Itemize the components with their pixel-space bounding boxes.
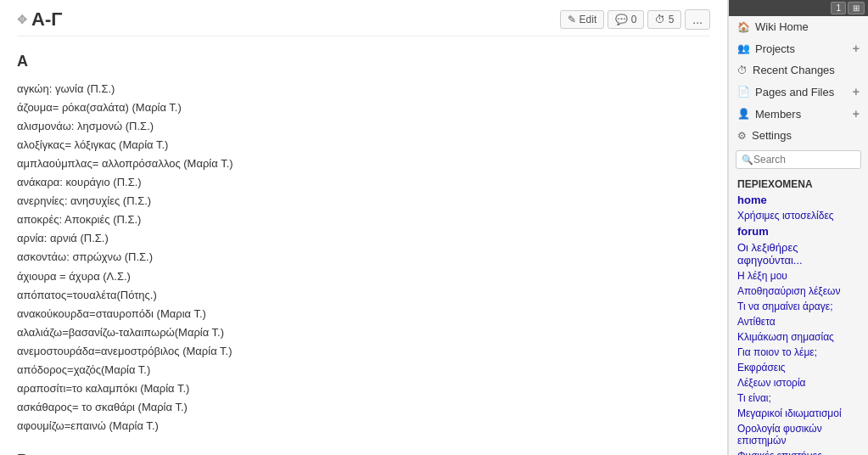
comments-button[interactable]: 💬 0 (608, 10, 644, 29)
sidebar-link[interactable]: Για ποιον το λέμε; (729, 345, 868, 360)
sidebar-link[interactable]: Ορολογία φυσικών επιστημών (729, 421, 868, 448)
list-item: αφουμίζω=επαινώ (Μαρία Τ.) (17, 417, 710, 435)
sidebar-secondary-links: Η λέξη μουΑποθησαύριση λέξεωνΤι να σημαί… (729, 268, 868, 455)
more-button[interactable]: ... (685, 9, 710, 30)
list-item: άζουμα= ρόκα(σαλάτα) (Μαρία Τ.) (17, 98, 710, 117)
sidebar-top-bar: 1 ⊞ (729, 0, 868, 16)
list-item: αγκώη: γωνία (Π.Σ.) (17, 80, 710, 98)
sidebar-link[interactable]: Τι είναι; (729, 390, 868, 406)
settings-label: Settings (752, 129, 792, 142)
sidebar-item-projects[interactable]: 👥Projects+ (729, 37, 868, 59)
list-item: αλαλιάζω=βασανίζω-ταλαιπωρώ(Μαρία Τ.) (17, 323, 710, 342)
settings-icon: ⚙ (737, 130, 747, 142)
list-item: ασκάθαρος= το σκαθάρι (Μαρία Τ.) (17, 398, 710, 417)
sidebar-nav: 🏠Wiki Home👥Projects+⏱Recent Changes📄Page… (729, 16, 868, 146)
main-content: ✥ Α-Γ ✎ Edit 💬 0 ⏱ 5 ... Α αγκώη: γωνία … (0, 0, 728, 455)
sidebar-link[interactable]: Αντίθετα (729, 314, 868, 329)
sidebar-link[interactable]: Τι να σημαίνει άραγε; (729, 299, 868, 314)
pages-files-label: Pages and Files (755, 86, 834, 98)
search-icon: 🔍 (742, 154, 753, 166)
sidebar-item-members[interactable]: 👤Members+ (729, 103, 868, 125)
list-item: ανάκαρα: κουράγιο (Π.Σ.) (17, 173, 710, 192)
page-title: ✥ Α-Γ (17, 8, 62, 31)
sidebar-link[interactable]: Εκφράσεις (729, 360, 868, 375)
wiki-home-icon: 🏠 (737, 21, 750, 33)
toolbar: ✎ Edit 💬 0 ⏱ 5 ... (560, 9, 710, 30)
recent-changes-label: Recent Changes (753, 64, 835, 76)
sidebar-search-wrapper: 🔍 (729, 146, 868, 173)
list-item: αρνία: αρνιά (Π.Σ.) (17, 229, 710, 248)
edit-button[interactable]: ✎ Edit (560, 10, 604, 29)
sidebar-link[interactable]: Αποθησαύριση λέξεων (729, 284, 868, 299)
projects-icon: 👥 (737, 42, 750, 54)
section-a: αγκώη: γωνία (Π.Σ.)άζουμα= ρόκα(σαλάτα) … (17, 80, 710, 436)
list-item: άχιουρα = άχυρα (Λ.Σ.) (17, 267, 710, 286)
list-item: ανερηνίες: ανησυχίες (Π.Σ.) (17, 192, 710, 211)
list-item: αλοξίγκας= λόξιγκας (Μαρία Τ.) (17, 136, 710, 154)
members-icon: 👤 (737, 108, 750, 120)
sidebar-item-pages-files[interactable]: 📄Pages and Files+ (729, 81, 868, 103)
sidebar-link[interactable]: Φυσικές επιστήμες (Αρχαία Ελλάδα) (729, 448, 868, 455)
sidebar-item-recent-changes[interactable]: ⏱Recent Changes (729, 59, 868, 81)
page-content: Α αγκώη: γωνία (Π.Σ.)άζουμα= ρόκα(σαλάτα… (17, 48, 710, 455)
projects-label: Projects (755, 42, 795, 55)
list-item: απόδορος=χαζός(Μαρία Τ.) (17, 361, 710, 379)
expand-btn[interactable]: ⊞ (848, 2, 865, 14)
sidebar-link[interactable]: Κλιμάκωση σημασίας (729, 329, 868, 345)
recent-changes-icon: ⏱ (737, 65, 748, 76)
sidebar-link[interactable]: Χρήσιμες ιστοσελίδες (729, 208, 868, 223)
sidebar-item-wiki-home[interactable]: 🏠Wiki Home (729, 16, 868, 37)
sidebar-link[interactable]: Η λέξη μου (729, 268, 868, 284)
list-item: αλισμονάω: λησμονώ (Π.Σ.) (17, 117, 710, 136)
sidebar-link[interactable]: Λέξεων ιστορία (729, 375, 868, 390)
page-header: ✥ Α-Γ ✎ Edit 💬 0 ⏱ 5 ... (17, 8, 710, 37)
page-title-icon: ✥ (17, 13, 27, 26)
sidebar-item-settings[interactable]: ⚙Settings (729, 125, 868, 146)
list-item: αποκρές: Αποκριές (Π.Σ.) (17, 211, 710, 229)
members-add-icon[interactable]: + (853, 107, 860, 121)
list-item: ασκοντάω: σπρώχνω (Π.Σ.) (17, 248, 710, 267)
page-number-btn[interactable]: 1 (831, 2, 846, 14)
pages-files-add-icon[interactable]: + (853, 85, 860, 98)
list-item: ανεμοστουράδα=ανεμοστρόβιλος (Μαρία Τ.) (17, 342, 710, 361)
sidebar: 1 ⊞ 🏠Wiki Home👥Projects+⏱Recent Changes📄… (728, 0, 868, 455)
list-item: ανακούκουρδα=σταυροπόδι (Μαρια Τ.) (17, 305, 710, 323)
search-input[interactable] (736, 150, 861, 169)
sidebar-link[interactable]: Μεγαρικοί ιδιωματισμοί (729, 406, 868, 421)
list-item: αμπλαούμπλας= αλλοπρόσαλλος (Μαρία Τ.) (17, 154, 710, 173)
projects-add-icon[interactable]: + (853, 42, 860, 55)
history-button[interactable]: ⏱ 5 (647, 10, 681, 29)
page-title-text: Α-Γ (31, 8, 62, 31)
sidebar-link[interactable]: forum (729, 223, 868, 239)
list-item: απόπατος=τουαλέτα(Πότης.) (17, 286, 710, 305)
sidebar-primary-links: homeΧρήσιμες ιστοσελίδεςforum (729, 192, 868, 239)
section-heading-a: Α (17, 48, 710, 75)
wiki-home-label: Wiki Home (755, 20, 809, 33)
sidebar-section-title: ΠΕΡΙΕΧΟΜΕΝΑ (729, 173, 868, 192)
sidebar-link-special[interactable]: Οι λεξιθήρες αφηγούνται... (729, 239, 868, 268)
sidebar-link[interactable]: home (729, 192, 868, 208)
section-heading-b: Β (17, 447, 710, 455)
pages-files-icon: 📄 (737, 86, 750, 98)
list-item: αραποσίτι=το καλαμπόκι (Μαρία Τ.) (17, 379, 710, 398)
members-label: Members (755, 108, 801, 121)
